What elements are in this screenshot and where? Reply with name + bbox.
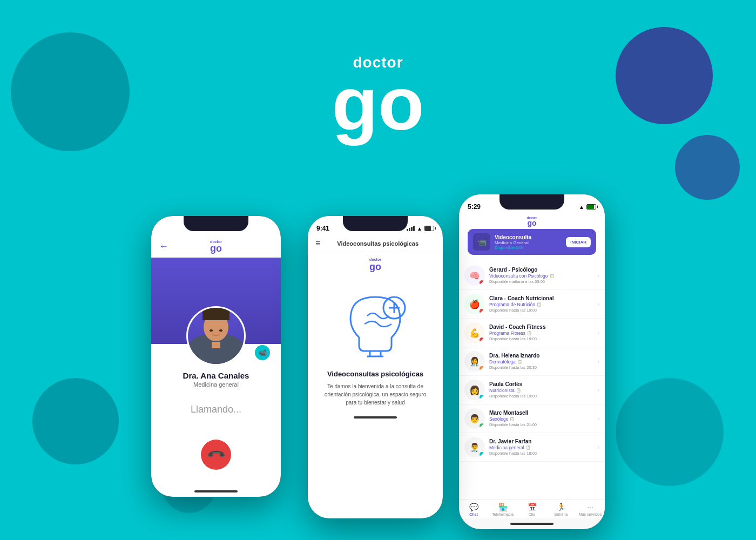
doctor-item-specialty-2: Programa Fitness 📋: [489, 330, 598, 336]
doctor-details-4: Paula Cortés Nutricionista 📋 Disponible …: [489, 381, 598, 399]
specialty-badge-3: Dermatóloga 📋: [489, 359, 522, 364]
videoconsulta-banner[interactable]: 📹 Videoconsulta Medicina General Disponi…: [468, 229, 596, 255]
psych-screen: 9:41 ▲ ≡ Videoconsultas psicológicas: [308, 216, 443, 518]
back-button[interactable]: ←: [159, 241, 168, 252]
nav-item-telefarmacia[interactable]: 🏪 Telefarmacia: [488, 503, 517, 516]
nav-label-0: Chat: [469, 512, 478, 516]
nav-item-más servicios[interactable]: ··· Más servicios: [576, 503, 605, 516]
doctor-availability-5: Disponible hasta las 21:00: [489, 422, 598, 427]
nav-item-chat[interactable]: 💬 Chat: [459, 503, 488, 516]
doctor-availability-6: Disponible hasta las 18:00: [489, 451, 598, 456]
doctor-avatar-6: 👨‍⚕️: [464, 437, 485, 457]
doctor-list-item[interactable]: 👩‍⚕️ Dra. Helena Iznardo Dermatóloga 📋 D…: [459, 347, 605, 376]
doctor-item-specialty-5: Sexólogo 📋: [489, 416, 598, 422]
psych-header: ≡ Videoconsultas psicológicas: [308, 235, 443, 252]
chevron-icon-6: ›: [598, 444, 599, 450]
doctor-details-6: Dr. Javier Farfan Medicina general 📋 Dis…: [489, 438, 598, 456]
doctor-avatar-4: 👩: [464, 380, 485, 400]
calling-logo: doctor go: [168, 240, 264, 253]
phone3-status-icons: ▲: [579, 204, 596, 210]
signal-icon-2: [407, 226, 415, 231]
doctor-list-item[interactable]: 🍎 Clara - Coach Nutricional Programa de …: [459, 290, 605, 319]
nav-label-1: Telefarmacia: [492, 512, 514, 516]
doctor-avatar-2: 💪: [464, 322, 485, 343]
nav-icon-3: 🏃: [557, 503, 566, 511]
phone2-time: 9:41: [316, 225, 329, 232]
chevron-icon-4: ›: [598, 387, 599, 393]
doctors-list: 🧠 Gerard - Psicólogo Videoconsulta con P…: [459, 261, 605, 499]
end-call-button[interactable]: 📞: [201, 440, 231, 470]
doctor-name: Dra. Ana Canales: [183, 371, 249, 380]
doctor-list-screen: 5:29 ▲ doctor go 📹: [459, 194, 605, 529]
doctor-avatar-area: 📹: [151, 258, 281, 344]
doctor-availability-0: Disponible mañana a las 09:00: [489, 279, 598, 284]
status-dot-1: [479, 308, 485, 314]
vc-info: Videoconsulta Medicina General Disponibl…: [495, 234, 566, 250]
status-dot-3: [479, 366, 485, 372]
nav-label-2: Cita: [529, 512, 535, 516]
specialty-badge-6: Medicina general 📋: [489, 445, 531, 450]
nav-item-entréna[interactable]: 🏃 Entréna: [546, 503, 576, 516]
calling-screen: 9:41 ▲ ← doctor go: [151, 216, 281, 497]
specialty-badge-1: Programa de Nutrición 📋: [489, 302, 542, 307]
nav-icon-1: 🏪: [498, 503, 508, 511]
doctor-item-name-6: Dr. Javier Farfan: [489, 438, 598, 444]
nav-label-3: Entréna: [555, 512, 568, 516]
specialty-icon-1: 📋: [537, 302, 542, 307]
phone-calling-inner: 9:41 ▲ ← doctor go: [151, 216, 281, 497]
phone3-notch: [500, 194, 564, 210]
doctor-avatar: [186, 306, 246, 366]
specialty-icon-2: 📋: [527, 331, 532, 335]
vc-start-button[interactable]: INICIAR: [566, 237, 591, 247]
doctor-item-name-4: Paula Cortés: [489, 381, 598, 387]
calling-status: Llamando...: [183, 404, 249, 415]
doctor-list-item[interactable]: 🧠 Gerard - Psicólogo Videoconsulta con P…: [459, 261, 605, 290]
doctor-details-2: David - Coach Fitness Programa Fitness 📋…: [489, 324, 598, 341]
doctor-list-item[interactable]: 👨 Marc Montasell Sexólogo 📋 Disponible h…: [459, 404, 605, 433]
doctor-item-name-1: Clara - Coach Nutricional: [489, 295, 598, 301]
status-dot-5: [479, 423, 485, 429]
status-dot-4: [479, 394, 485, 400]
doctor-details-5: Marc Montasell Sexólogo 📋 Disponible has…: [489, 410, 598, 427]
doctor-item-specialty-6: Medicina general 📋: [489, 445, 598, 450]
nav-icon-0: 💬: [469, 503, 478, 511]
doctor-details-3: Dra. Helena Iznardo Dermatóloga 📋 Dispon…: [489, 353, 598, 370]
vc-available: Disponible 24h: [495, 245, 566, 250]
psych-illustration: [308, 278, 443, 364]
home-indicator-2: [354, 416, 397, 418]
doctor-list-item[interactable]: 👨‍⚕️ Dr. Javier Farfan Medicina general …: [459, 433, 605, 462]
specialty-badge-0: Videoconsulta con Psicólogo 📋: [489, 273, 555, 279]
doctor-list-item[interactable]: 👩 Paula Cortés Nutricionista 📋 Disponibl…: [459, 376, 605, 404]
menu-icon[interactable]: ≡: [315, 239, 320, 248]
phone2-notch: [343, 216, 408, 231]
doctor-details-0: Gerard - Psicólogo Videoconsulta con Psi…: [489, 267, 598, 284]
doctor-avatar-5: 👨: [464, 408, 485, 429]
phone-doctor-list: 5:29 ▲ doctor go 📹: [459, 194, 605, 529]
chevron-icon-3: ›: [598, 359, 599, 364]
calling-header: ← doctor go: [151, 235, 281, 258]
specialty-icon-0: 📋: [550, 274, 555, 278]
chevron-icon-2: ›: [598, 330, 599, 336]
nav-item-cita[interactable]: 📅 Cita: [517, 503, 546, 516]
psych-logo: doctor go: [308, 252, 443, 278]
chevron-icon-0: ›: [598, 273, 599, 279]
doctor-item-name-0: Gerard - Psicólogo: [489, 267, 598, 273]
phone-icon: 📞: [206, 444, 226, 464]
nav-icon-2: 📅: [528, 503, 537, 511]
nav-label-4: Más servicios: [579, 512, 602, 516]
doctor-availability-2: Disponible hasta las 19:00: [489, 336, 598, 341]
phone1-notch: [184, 216, 248, 231]
doctor-avatar-0: 🧠: [464, 265, 485, 286]
doctor-list-item[interactable]: 💪 David - Coach Fitness Programa Fitness…: [459, 319, 605, 347]
psych-logo-big: go: [369, 261, 381, 272]
specialty-badge-2: Programa Fitness 📋: [489, 330, 532, 336]
psych-content: Videoconsultas psicológicas Te damos la …: [308, 364, 443, 412]
dl-header: doctor go 📹 Videoconsulta Medicina Gener…: [459, 214, 605, 261]
center-logo: doctor go: [332, 54, 424, 141]
doctor-item-specialty-0: Videoconsulta con Psicólogo 📋: [489, 273, 598, 279]
specialty-badge-4: Nutricionista 📋: [489, 388, 521, 393]
psych-description: Te damos la bienvenida a la consulta de …: [319, 382, 432, 407]
doctor-item-specialty-4: Nutricionista 📋: [489, 388, 598, 393]
phone-calling: 9:41 ▲ ← doctor go: [151, 216, 281, 497]
specialty-icon-4: 📋: [516, 388, 521, 393]
